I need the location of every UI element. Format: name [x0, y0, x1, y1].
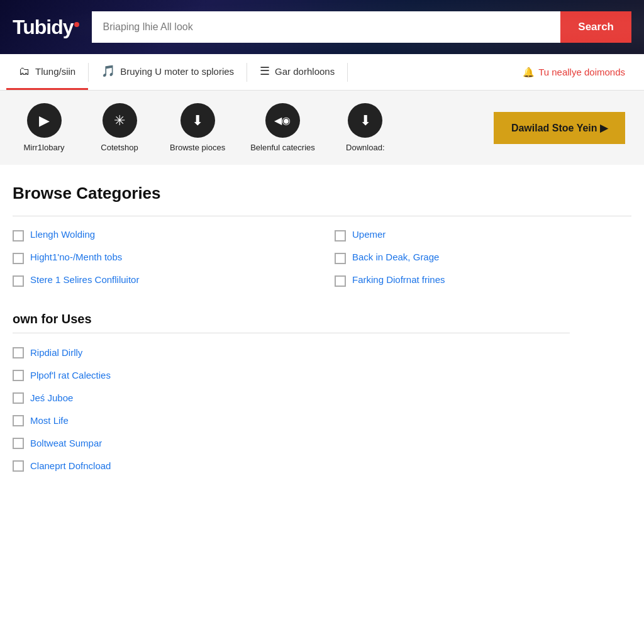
header: Tubidy Search	[0, 0, 644, 54]
section-divider-1	[13, 216, 631, 216]
checkbox-3[interactable]	[335, 253, 346, 264]
nav-tab-0[interactable]: 🗂 Tlung/siin	[6, 55, 88, 90]
folder-icon: 🗂	[19, 65, 30, 78]
icon-label-4: Download:	[346, 143, 384, 152]
nav-divider-3	[347, 63, 348, 82]
category-label-2: Hight1'no-/Menth tobs	[30, 252, 122, 262]
list-label-2: Jeś Juboe	[30, 392, 73, 403]
category-label-4: Stere 1 Selires Confliluitor	[30, 274, 139, 285]
nav-tab-label-0: Tlung/siin	[35, 66, 75, 77]
list-label-3: Most Life	[30, 415, 69, 426]
checkbox-2[interactable]	[13, 253, 24, 264]
category-item-3[interactable]: Back in Deak, Grage	[335, 252, 631, 264]
checkbox-4[interactable]	[13, 275, 24, 287]
category-item-0[interactable]: Llengh Wolding	[13, 229, 309, 242]
nav-tab-2[interactable]: ☰ Gar dorhloons	[247, 54, 347, 90]
category-label-5: Farking Diofrnat frines	[352, 274, 445, 285]
list-item-1[interactable]: Plpof'l rat Calecties	[13, 369, 631, 381]
list-checkbox-5[interactable]	[13, 460, 24, 472]
notification-tab[interactable]: 🔔 Tu neallye doimonds	[510, 57, 638, 88]
icon-item-1[interactable]: ✳ Cotetshop	[94, 103, 145, 152]
icon-label-2: Browste pioces	[170, 143, 225, 152]
list-checkbox-3[interactable]	[13, 415, 24, 426]
menu-icon: ☰	[260, 64, 270, 78]
list-items: Ripdial Dirlly Plpof'l rat Calecties Jeś…	[13, 346, 631, 472]
list-item-0[interactable]: Ripdial Dirlly	[13, 346, 631, 358]
section2-title: own for Uses	[13, 312, 631, 326]
nav-tabs: 🗂 Tlung/siin 🎵 Bruying U moter to splori…	[0, 54, 644, 91]
categories-grid: Llengh Wolding Upemer Hight1'no-/Menth t…	[13, 229, 631, 287]
list-label-5: Claneprt Dofncload	[30, 460, 111, 471]
logo-dot	[74, 22, 79, 27]
music-icon: 🎵	[101, 64, 115, 78]
category-item-4[interactable]: Stere 1 Selires Confliluitor	[13, 274, 309, 287]
icon-label-0: Mirr1lobary	[23, 143, 64, 152]
list-checkbox-1[interactable]	[13, 370, 24, 381]
list-item-5[interactable]: Claneprt Dofncload	[13, 459, 631, 472]
icon-label-3: Belenful catecries	[250, 143, 315, 152]
download-icon: ⬇	[348, 103, 382, 138]
search-button[interactable]: Search	[560, 11, 631, 43]
icon-item-3[interactable]: ◀◉ Belenful catecries	[250, 103, 315, 152]
notification-label: Tu neallye doimonds	[538, 67, 625, 77]
list-item-4[interactable]: Boltweat Sumpar	[13, 436, 631, 449]
icon-label-1: Cotetshop	[101, 143, 138, 152]
list-checkbox-4[interactable]	[13, 438, 24, 449]
category-label-3: Back in Deak, Grage	[352, 252, 439, 262]
nav-tab-1[interactable]: 🎵 Bruying U moter to splories	[89, 54, 247, 90]
category-item-2[interactable]: Hight1'no-/Menth tobs	[13, 252, 309, 264]
list-item-3[interactable]: Most Life	[13, 414, 631, 426]
icon-item-0[interactable]: ▶ Mirr1lobary	[19, 103, 69, 152]
checkbox-5[interactable]	[335, 275, 346, 287]
list-label-4: Boltweat Sumpar	[30, 438, 102, 448]
main-content: Browse Categories Llengh Wolding Upemer …	[0, 165, 644, 491]
list-checkbox-0[interactable]	[13, 347, 24, 358]
icon-item-4[interactable]: ⬇ Download:	[340, 103, 391, 152]
notification-icon: 🔔	[523, 67, 535, 78]
download-store-button[interactable]: Dawilad Stoe Yein ▶	[494, 112, 625, 144]
category-label-1: Upemer	[352, 229, 386, 240]
checkbox-0[interactable]	[13, 230, 24, 242]
content-icon: ✳	[103, 103, 137, 138]
category-label-0: Llengh Wolding	[30, 229, 95, 240]
categories-icon: ◀◉	[265, 103, 300, 138]
list-label-0: Ripdial Dirlly	[30, 347, 82, 358]
icon-item-2[interactable]: ⬇ Browste pioces	[170, 103, 225, 152]
list-label-1: Plpof'l rat Calecties	[30, 370, 111, 380]
play-icon: ▶	[27, 103, 62, 138]
browse-categories-title: Browse Categories	[13, 184, 631, 203]
browse-icon: ⬇	[180, 103, 215, 138]
category-item-5[interactable]: Farking Diofrnat frines	[335, 274, 631, 287]
search-input[interactable]	[92, 11, 561, 43]
checkbox-1[interactable]	[335, 230, 346, 242]
search-bar: Search	[92, 11, 632, 43]
nav-tab-label-2: Gar dorhloons	[275, 66, 335, 77]
logo: Tubidy	[13, 16, 79, 39]
section2-divider	[13, 333, 570, 333]
list-item-2[interactable]: Jeś Juboe	[13, 391, 631, 404]
list-checkbox-2[interactable]	[13, 392, 24, 404]
icons-section: ▶ Mirr1lobary ✳ Cotetshop ⬇ Browste pioc…	[0, 91, 644, 165]
category-item-1[interactable]: Upemer	[335, 229, 631, 242]
nav-tab-label-1: Bruying U moter to splories	[120, 66, 234, 77]
